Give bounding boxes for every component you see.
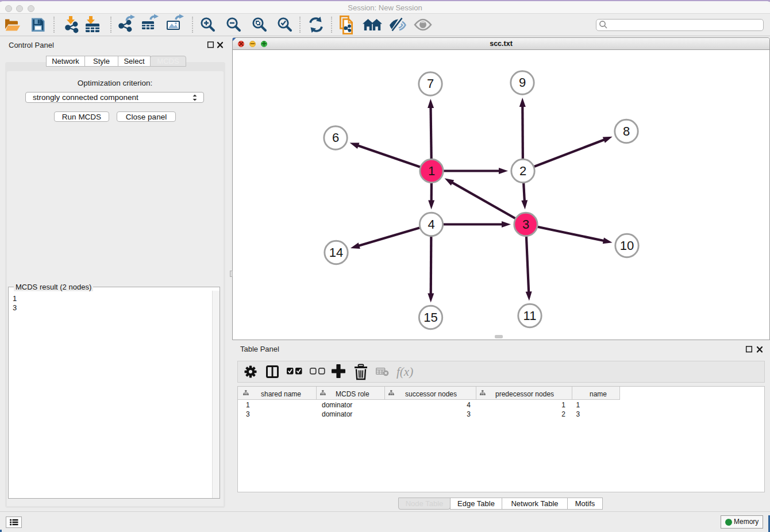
svg-text:predecessor nodes: predecessor nodes (495, 390, 554, 398)
svg-text:1: 1 (576, 401, 580, 409)
svg-text:3: 3 (246, 410, 250, 418)
svg-text:1: 1 (561, 401, 565, 409)
svg-text:14: 14 (329, 245, 343, 260)
svg-text:2: 2 (519, 164, 526, 178)
svg-text:3: 3 (576, 410, 580, 418)
svg-text:4: 4 (428, 217, 434, 232)
svg-text:dominator: dominator (322, 410, 352, 418)
svg-text:4: 4 (467, 401, 471, 409)
svg-text:3: 3 (522, 217, 529, 232)
svg-text:11: 11 (523, 309, 537, 323)
svg-text:10: 10 (620, 238, 634, 253)
svg-text:MCDS role: MCDS role (336, 390, 369, 398)
svg-text:1: 1 (246, 401, 250, 409)
svg-text:15: 15 (424, 310, 437, 325)
svg-text:2: 2 (561, 410, 565, 418)
svg-text:shared name: shared name (261, 390, 301, 398)
svg-text:9: 9 (519, 75, 526, 90)
svg-text:1: 1 (428, 164, 435, 178)
svg-text:name: name (590, 390, 607, 398)
svg-text:f(x): f(x) (396, 365, 413, 379)
svg-text:dominator: dominator (322, 401, 352, 409)
svg-text:6: 6 (332, 130, 339, 145)
svg-text:8: 8 (623, 124, 630, 138)
svg-text:3: 3 (467, 410, 471, 418)
svg-text:successor nodes: successor nodes (405, 390, 457, 398)
svg-text:7: 7 (427, 76, 434, 91)
